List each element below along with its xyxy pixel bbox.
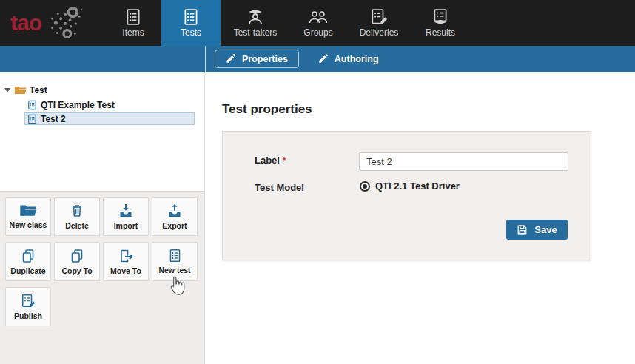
sidebar-divider <box>205 46 206 72</box>
test-model-option-label: QTI 2.1 Test Driver <box>375 181 460 192</box>
export-icon <box>167 203 182 218</box>
tab-authoring-label: Authoring <box>335 54 379 64</box>
action-bar: Properties Authoring <box>0 46 635 72</box>
trash-icon <box>70 203 84 218</box>
tree-action-dock: New class Delete Import Export <box>0 191 205 364</box>
pencil-icon <box>318 54 328 64</box>
move-to-button[interactable]: Move To <box>103 242 149 281</box>
save-button-label: Save <box>534 224 557 235</box>
nav-item-groups[interactable]: Groups <box>296 0 340 46</box>
deliveries-icon <box>370 8 388 26</box>
pencil-icon <box>226 54 235 64</box>
new-test-button[interactable]: New test <box>152 242 198 281</box>
page-title: Test properties <box>222 102 312 117</box>
new-test-icon <box>168 249 182 263</box>
save-button[interactable]: Save <box>506 220 568 240</box>
nav-label-tests: Tests <box>181 27 201 38</box>
app-window: tao Items <box>0 0 635 364</box>
label-input[interactable] <box>359 152 568 171</box>
nav-label-test-takers: Test-takers <box>234 27 278 38</box>
import-button[interactable]: Import <box>103 197 149 236</box>
dock-button-label: Move To <box>110 266 141 275</box>
tree-node-label: QTI Example Test <box>41 100 115 110</box>
dock-button-label: Copy To <box>61 266 92 275</box>
tree-node-label: Test <box>30 85 47 95</box>
nav-item-deliveries[interactable]: Deliveries <box>352 0 406 46</box>
items-icon <box>124 8 142 26</box>
dock-button-label: Duplicate <box>10 266 45 275</box>
duplicate-button[interactable]: Duplicate <box>5 242 51 281</box>
view-tabs: Properties Authoring <box>215 50 389 68</box>
tab-authoring[interactable]: Authoring <box>308 50 389 68</box>
nav-label-items: Items <box>122 27 144 38</box>
tests-icon <box>182 8 200 26</box>
dock-button-label: New class <box>10 220 47 229</box>
test-takers-icon <box>246 8 264 26</box>
duplicate-icon <box>21 249 36 263</box>
nav-item-test-takers[interactable]: Test-takers <box>226 0 285 46</box>
required-marker: * <box>283 155 286 166</box>
publish-icon <box>21 294 36 309</box>
copy-to-button[interactable]: Copy To <box>54 242 100 281</box>
tree-node-label: Test 2 <box>41 114 66 124</box>
resource-tree: Test QTI Example Test Test 2 <box>0 72 205 191</box>
nav-item-results[interactable]: Results <box>417 0 463 46</box>
tao-logo-dots-icon <box>41 4 84 41</box>
dock-button-label: Export <box>162 221 187 230</box>
delete-button[interactable]: Delete <box>54 197 100 236</box>
results-icon <box>431 8 449 26</box>
nav-label-groups: Groups <box>303 27 332 38</box>
test-properties-form: Label * Test Model QTI 2.1 Test Driver S… <box>222 131 591 260</box>
tao-logo-text: tao <box>10 12 41 34</box>
copy-icon <box>70 249 84 263</box>
dock-button-label: New test <box>158 266 190 274</box>
test-model-label: Test Model <box>255 182 304 193</box>
label-field-label: Label * <box>255 155 286 166</box>
tree-node-test-class[interactable]: Test <box>4 84 204 97</box>
nav-label-deliveries: Deliveries <box>360 27 399 38</box>
publish-button[interactable]: Publish <box>5 287 51 326</box>
tao-logo[interactable]: tao <box>10 4 93 41</box>
top-navigation: tao Items <box>0 0 635 46</box>
test-icon <box>27 114 37 124</box>
move-icon <box>118 249 133 263</box>
tab-properties-label: Properties <box>242 54 288 64</box>
dock-button-label: Import <box>114 221 138 230</box>
caret-down-icon[interactable] <box>4 88 10 92</box>
folder-open-icon <box>14 85 27 95</box>
tab-properties[interactable]: Properties <box>215 50 299 68</box>
import-icon <box>118 203 133 218</box>
groups-icon <box>309 8 328 26</box>
tree-node-test-2-selected[interactable]: Test 2 <box>24 112 195 125</box>
dock-button-label: Publish <box>14 311 42 320</box>
dock-button-label: Delete <box>65 221 89 230</box>
nav-label-results: Results <box>426 27 455 38</box>
export-button[interactable]: Export <box>152 197 198 236</box>
test-icon <box>27 100 37 110</box>
new-class-folder-icon <box>19 203 37 218</box>
new-class-button[interactable]: New class <box>5 197 51 236</box>
nav-item-items[interactable]: Items <box>111 0 155 46</box>
nav-item-tests[interactable]: Tests <box>161 0 221 46</box>
test-model-radio-option[interactable]: QTI 2.1 Test Driver <box>360 181 460 192</box>
tree-node-qti-example-test[interactable]: QTI Example Test <box>27 98 204 111</box>
save-floppy-icon <box>517 224 528 235</box>
radio-selected-icon[interactable] <box>360 181 370 192</box>
